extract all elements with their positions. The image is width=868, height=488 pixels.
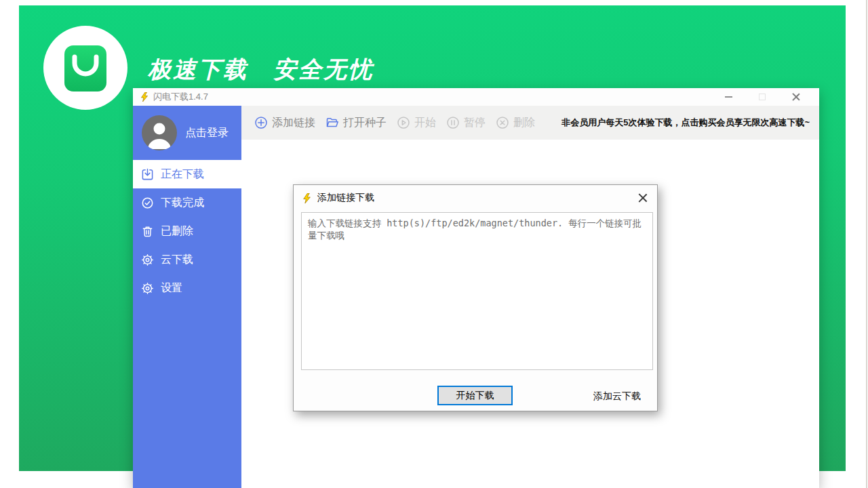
sidebar-item-label: 云下载: [161, 253, 193, 267]
dialog-titlebar: 添加链接下载: [294, 185, 657, 211]
lightning-bolt-icon: [140, 92, 149, 102]
sidebar-item-deleted[interactable]: 已删除: [133, 217, 241, 245]
sidebar-item-completed[interactable]: 下载完成: [133, 188, 241, 217]
toolbar-button-label: 添加链接: [272, 116, 315, 130]
delete-button[interactable]: 删除: [496, 116, 535, 130]
maximize-button[interactable]: [757, 92, 768, 102]
sidebar-item-cloud-download[interactable]: 云下载: [133, 245, 241, 274]
pause-button[interactable]: 暂停: [446, 116, 486, 130]
login-label: 点击登录: [185, 126, 229, 140]
link-input-textarea[interactable]: [301, 212, 653, 370]
sidebar-item-downloading[interactable]: 正在下载: [133, 160, 241, 188]
screen-right-edge-line: [866, 0, 867, 488]
maximize-icon: [759, 94, 766, 100]
dialog-close-button[interactable]: [637, 192, 649, 204]
x-circle-icon: [496, 116, 509, 129]
sidebar-item-label: 下载完成: [161, 196, 204, 210]
toolbar: 添加链接 打开种子: [241, 106, 819, 140]
plus-circle-icon: [254, 116, 268, 129]
folder-open-icon: [326, 116, 339, 129]
toolbar-button-label: 开始: [414, 116, 436, 130]
lightning-bolt-icon: [302, 193, 312, 203]
open-torrent-button[interactable]: 打开种子: [326, 116, 387, 130]
window-titlebar: 闪电下载1.4.7: [133, 88, 819, 106]
sidebar-item-label: 已删除: [161, 224, 193, 239]
shopping-bag-icon: [43, 26, 127, 110]
toolbar-button-label: 删除: [513, 116, 535, 130]
sidebar-item-label: 正在下载: [161, 167, 204, 182]
sidebar: 点击登录 正在下载 下载完成: [133, 106, 241, 488]
dialog-title: 添加链接下载: [317, 192, 374, 204]
sidebar-item-settings[interactable]: 设置: [133, 274, 241, 302]
minimize-icon: [725, 96, 732, 98]
toolbar-button-label: 暂停: [464, 116, 486, 130]
app-logo: [43, 26, 127, 110]
avatar-icon: [142, 115, 177, 150]
hero-title: 极速下载 安全无忧: [148, 54, 374, 85]
trash-icon: [141, 225, 154, 238]
login-block[interactable]: 点击登录: [133, 106, 241, 160]
pause-circle-icon: [446, 116, 460, 129]
add-link-button[interactable]: 添加链接: [254, 116, 315, 130]
minimize-button[interactable]: [723, 92, 734, 102]
start-download-button[interactable]: 开始下载: [437, 386, 513, 405]
play-circle-icon: [397, 116, 410, 129]
download-tray-icon: [141, 168, 154, 181]
gear-icon: [141, 253, 154, 266]
check-circle-icon: [141, 197, 154, 209]
window-title: 闪电下载1.4.7: [153, 91, 208, 103]
add-link-dialog: 添加链接下载 开始下载 添加云下载: [293, 184, 658, 411]
close-button[interactable]: [791, 92, 802, 102]
close-icon: [792, 93, 800, 101]
add-cloud-download-link[interactable]: 添加云下载: [593, 390, 641, 403]
sidebar-item-label: 设置: [161, 281, 182, 296]
toolbar-button-label: 打开种子: [343, 116, 387, 130]
start-button[interactable]: 开始: [397, 116, 436, 130]
gear-icon: [141, 282, 154, 295]
membership-notice[interactable]: 非会员用户每天5次体验下载，点击购买会员享无限次高速下载~: [561, 117, 810, 129]
